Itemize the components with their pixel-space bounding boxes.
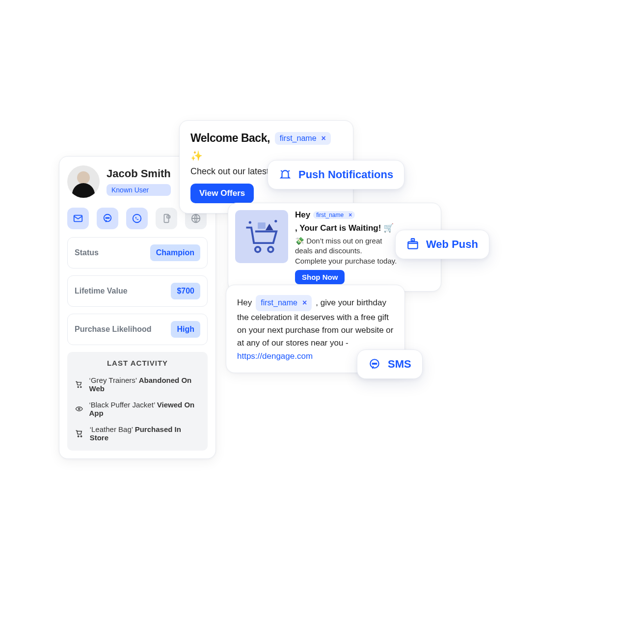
push-notifications-label: Push Notifications (298, 168, 393, 181)
status-label: Status (75, 248, 99, 257)
activity-row: ‘Grey Trainers’ Abandoned On Web (74, 373, 201, 398)
profile-name: Jacob Smith (107, 167, 171, 180)
cart-title-prefix: Hey (295, 210, 310, 220)
svg-point-23 (374, 363, 375, 364)
sms-label: SMS (388, 358, 411, 371)
eye-icon (75, 404, 83, 413)
sms-pill[interactable]: SMS (357, 349, 423, 379)
svg-point-2 (106, 217, 107, 218)
ltv-label: Lifetime Value (75, 287, 128, 295)
welcome-title: Welcome Back, (190, 132, 270, 145)
likelihood-value: High (171, 321, 200, 338)
variable-chip[interactable]: first_name× (313, 211, 355, 219)
cart-title-suffix: , Your Cart is Waiting! 🛒 (295, 223, 394, 233)
variable-chip[interactable]: first_name× (275, 132, 331, 145)
avatar (67, 165, 100, 198)
close-icon[interactable]: × (349, 212, 352, 218)
svg-point-11 (78, 408, 80, 409)
push-notifications-pill[interactable]: Push Notifications (268, 160, 404, 189)
svg-point-14 (255, 247, 261, 252)
close-icon[interactable]: × (322, 134, 326, 143)
variable-chip[interactable]: first_name× (256, 295, 312, 311)
svg-rect-19 (408, 242, 418, 249)
field-ltv: Lifetime Value $700 (67, 275, 208, 307)
bell-icon (279, 168, 292, 181)
activity-text: ‘Grey Trainers’ Abandoned On Web (89, 376, 200, 393)
chat-icon (368, 358, 381, 371)
user-type-chip: Known User (107, 184, 171, 196)
activity-text: ‘Leather Bag’ Purchased In Store (90, 425, 200, 442)
activity-row: ‘Leather Bag’ Purchased In Store (74, 422, 201, 447)
svg-point-17 (249, 221, 251, 224)
birthday-prefix: Hey (237, 296, 252, 309)
field-status: Status Champion (67, 237, 208, 268)
last-activity-title: LAST ACTIVITY (74, 359, 201, 367)
birthday-link[interactable]: https://dengage.com (237, 351, 313, 361)
email-icon[interactable] (67, 208, 89, 229)
svg-point-12 (78, 436, 79, 437)
birthday-line3: on your next purchase from our website o… (237, 324, 394, 337)
svg-point-13 (80, 436, 81, 437)
svg-point-3 (107, 217, 108, 218)
birthday-line2: the celebration it deserves with a free … (237, 311, 394, 324)
web-push-label: Web Push (426, 238, 478, 251)
svg-point-22 (373, 363, 374, 364)
last-activity-box: LAST ACTIVITY ‘Grey Trainers’ Abandoned … (67, 352, 208, 451)
web-push-pill[interactable]: Web Push (395, 230, 489, 259)
view-offers-button[interactable]: View Offers (190, 184, 254, 203)
svg-point-5 (133, 215, 141, 223)
svg-point-10 (80, 386, 81, 387)
field-likelihood: Purchase Likelihood High (67, 314, 208, 345)
shop-now-button[interactable]: Shop Now (295, 270, 345, 284)
svg-point-9 (78, 386, 79, 387)
svg-point-24 (376, 363, 376, 364)
svg-rect-16 (258, 222, 266, 229)
svg-point-4 (108, 217, 109, 218)
chat-icon[interactable] (97, 208, 118, 229)
whatsapp-icon[interactable] (126, 208, 148, 229)
cart-illustration (235, 210, 288, 263)
svg-point-15 (268, 247, 273, 252)
activity-row: ‘Black Puffer Jacket’ Viewed On App (74, 398, 201, 422)
close-icon[interactable]: × (302, 297, 307, 309)
cart-icon (75, 429, 84, 438)
web-push-icon (406, 238, 419, 251)
device-icon[interactable] (156, 208, 177, 229)
svg-point-18 (274, 220, 277, 222)
likelihood-label: Purchase Likelihood (75, 325, 151, 334)
activity-text: ‘Black Puffer Jacket’ Viewed On App (89, 401, 200, 417)
sparkle-icon: ✨ (190, 150, 203, 161)
birthday-line1-suffix: , give your birthday (316, 296, 386, 309)
birthday-line4: at any of our stores near you - (237, 337, 394, 349)
status-value: Champion (150, 244, 200, 261)
ltv-value: $700 (171, 283, 200, 299)
cart-icon (75, 380, 83, 389)
